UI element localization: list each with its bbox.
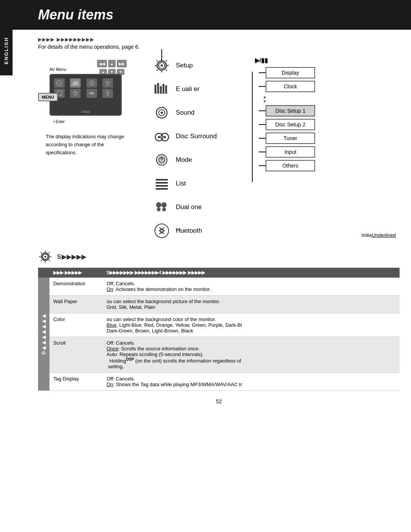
page-title: Menu items — [38, 7, 400, 23]
table-row: D▶▶▶▶▶▶▶ Demonstration Off: Cancels.On: … — [38, 278, 400, 296]
prev-arrow: ◀◀ — [97, 60, 107, 67]
setup-title-row: S▶▶▶▶▶ — [38, 249, 400, 264]
diagram-section: ◀◀ ▲ ▶▶ ▲ ▼ ▼ AV Menu — [38, 57, 400, 246]
svg-rect-22 — [165, 85, 167, 94]
desc-wallpaper: ou can select the background picture of … — [103, 296, 400, 313]
left-panel: ◀◀ ▲ ▶▶ ▲ ▼ ▼ AV Menu — [38, 57, 148, 246]
desc-demonstration: Off: Cancels.On: Activates the demonstra… — [103, 278, 400, 296]
disc-surround-icon — [152, 128, 171, 145]
svg-point-43 — [45, 256, 46, 258]
desc-scroll: Off: Cancels.Once: Scrolls the source in… — [103, 337, 400, 373]
desc-tag-display: Off: Cancels.On: Shows the Tag data whil… — [103, 373, 400, 391]
item-wallpaper: Wall Paper — [49, 296, 103, 313]
submenu-clock: Clock — [266, 81, 315, 92]
svg-point-29 — [164, 136, 166, 138]
setup-section: S▶▶▶▶▶ ▶▶▶ ▶▶▶▶▶ S▶▶▶▶▶▶▶ ▶▶▶▶▶▶▶4 ▶▶▶▶▶… — [38, 249, 400, 391]
svg-rect-2 — [74, 81, 75, 85]
setup-screen-label: Setup — [50, 110, 121, 113]
col-header-category — [38, 268, 49, 278]
svg-point-40 — [162, 208, 166, 211]
svg-point-7 — [91, 82, 92, 84]
svg-point-37 — [156, 202, 161, 208]
submenu-others: Others — [266, 160, 315, 171]
english-tab: ENGLISH — [0, 26, 13, 75]
col-header-desc: S▶▶▶▶▶▶▶ ▶▶▶▶▶▶▶4 ▶▶▶▶▶▶▶ ▶▶▶▶▶ — [103, 268, 400, 278]
menu-button[interactable]: MENU — [38, 93, 58, 101]
item-demonstration: Demonstration — [49, 278, 103, 296]
svg-point-13 — [89, 92, 92, 94]
svg-point-39 — [161, 202, 167, 208]
play-pause-symbol: ▶/▮▮ — [255, 57, 400, 64]
menu-item-mode: Mode — [152, 151, 244, 169]
setup-table: ▶▶▶ ▶▶▶▶▶ S▶▶▶▶▶▶▶ ▶▶▶▶▶▶▶4 ▶▶▶▶▶▶▶ ▶▶▶▶… — [38, 268, 400, 391]
svg-rect-5 — [77, 81, 78, 85]
svg-rect-3 — [75, 81, 76, 85]
page-number: 52 — [38, 398, 400, 412]
desc-color: ou can select the background color of th… — [103, 313, 400, 337]
display-note: The display indications may change accor… — [46, 133, 129, 157]
list-icon — [152, 175, 171, 192]
submenu-tuner: Tuner — [266, 133, 315, 144]
svg-rect-33 — [156, 179, 168, 181]
right-panel: ▶/▮▮ Display Clock ▲ — [247, 57, 400, 246]
center-menu: Setup E uali er — [152, 57, 244, 246]
submenu-disc-setup-2: Disc Setup 2 — [266, 119, 315, 130]
underlined-text: Underlined — [372, 232, 396, 238]
initial-note: InitiaUnderlined — [247, 232, 400, 238]
av-menu-device: AV Menu — [49, 74, 126, 123]
item-tag-display: Tag Display — [49, 373, 103, 391]
svg-rect-36 — [156, 188, 168, 190]
up-arrow: ▲ — [108, 60, 116, 67]
page-reference: For details of the menu operations, page… — [38, 44, 400, 50]
page-header: Menu items — [0, 0, 411, 30]
svg-point-8 — [106, 81, 107, 83]
nav-arrows: ◀◀ ▲ ▶▶ ▲ ▼ ▼ — [97, 60, 127, 75]
table-row: Wall Paper ou can select the background … — [38, 296, 400, 313]
menu-item-dual-zone: Dual one — [152, 198, 244, 216]
menu-item-bluetooth: Ħuetooth — [152, 222, 244, 240]
table-row: Scroll Off: Cancels.Once: Scrolls the so… — [38, 337, 400, 373]
svg-rect-19 — [157, 83, 159, 94]
submenu-input: Input — [266, 146, 315, 158]
svg-point-9 — [108, 81, 110, 83]
list-label: List — [176, 180, 186, 187]
mode-label: Mode — [176, 156, 192, 164]
svg-point-14 — [92, 92, 94, 94]
svg-point-38 — [157, 208, 161, 211]
menu-item-list: List — [152, 175, 244, 192]
setup-label: Setup — [176, 62, 193, 69]
bluetooth-label: Ħuetooth — [176, 227, 202, 235]
equalizer-label: E uali er — [176, 85, 199, 93]
sound-icon — [152, 104, 171, 121]
svg-rect-18 — [155, 85, 156, 94]
svg-point-32 — [161, 157, 163, 160]
english-label: ENGLISH — [3, 37, 9, 64]
svg-rect-35 — [156, 185, 168, 187]
next-arrow: ▶▶ — [117, 60, 127, 67]
svg-rect-34 — [156, 182, 168, 184]
device-screen: Setup — [49, 74, 122, 116]
menu-item-equalizer: E uali er — [152, 80, 244, 98]
svg-point-25 — [161, 112, 163, 114]
av-menu-label: AV Menu — [49, 67, 66, 72]
menu-item-disc-surround: Disc Surround — [152, 128, 244, 145]
equalizer-icon — [152, 80, 171, 98]
svg-rect-20 — [160, 86, 162, 94]
svg-point-41 — [155, 224, 169, 238]
svg-rect-1 — [73, 82, 73, 85]
col-header-item: ▶▶▶ ▶▶▶▶▶ — [49, 268, 103, 278]
submenu-disc-setup-1: Disc Setup 1 — [266, 105, 315, 117]
menu-item-setup: Setup — [152, 57, 244, 74]
svg-point-16 — [161, 64, 163, 67]
svg-rect-21 — [162, 84, 164, 94]
disc-surround-label: Disc Surround — [176, 133, 217, 140]
item-scroll: Scroll — [49, 337, 103, 373]
bluetooth-icon — [152, 222, 171, 240]
menu-item-sound: Sound — [152, 104, 244, 121]
setup-section-title: S▶▶▶▶▶ — [57, 253, 86, 260]
encoded-text: ▶▶▶▶ ▶▶▶▶▶▶▶▶▶ — [38, 37, 94, 42]
submenu-display: Display — [266, 67, 315, 78]
svg-point-27 — [158, 136, 160, 138]
svg-point-10 — [107, 84, 108, 85]
table-row: Color ou can select the background color… — [38, 313, 400, 337]
